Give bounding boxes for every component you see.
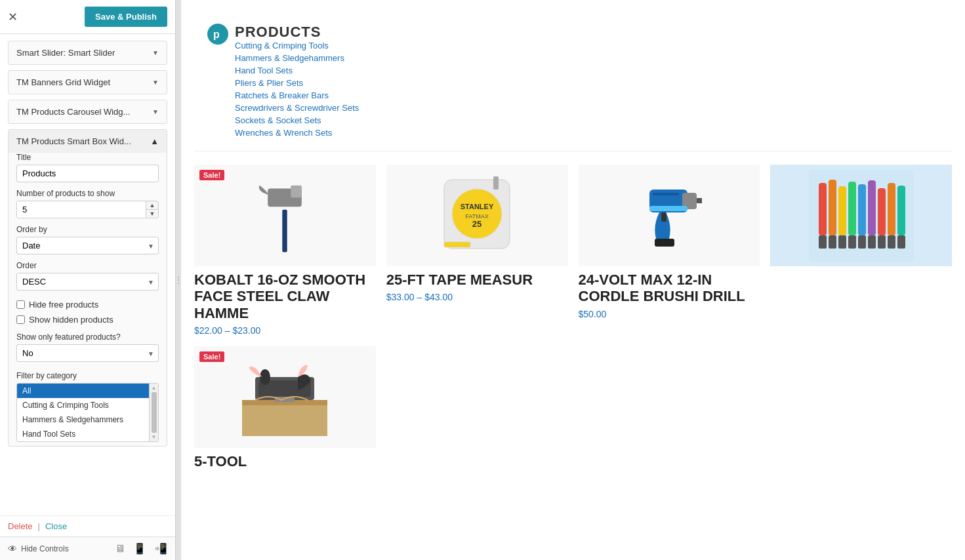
widget-products-carousel-header[interactable]: TM Products Carousel Widg... ▼ [9, 100, 167, 123]
order-select[interactable]: DESC ASC [17, 273, 158, 290]
product-img-plane-wrap: Sale! [194, 346, 376, 448]
product-grid: Sale! KOBALT 16-OZ SMOOTH FACE STEEL CLA… [194, 165, 952, 473]
nav-links: Cutting & Crimping Tools Hammers & Sledg… [235, 41, 359, 138]
svg-rect-20 [819, 183, 827, 235]
sidebar-content: Smart Slider: Smart Slider ▼ TM Banners … [0, 34, 175, 515]
main-content: p PRODUCTS Cutting & Crimping Tools Hamm… [181, 0, 965, 560]
bottom-bar-icons: 🖥 📱 📲 [115, 542, 167, 555]
product-img-hammer-wrap: Sale! [194, 165, 376, 266]
product-card-tools4[interactable] [770, 165, 952, 336]
show-hidden-checkbox[interactable] [16, 315, 25, 324]
svg-rect-16 [661, 212, 667, 222]
tablet-icon[interactable]: 📱 [133, 542, 146, 555]
bottom-bar: 👁 Hide Controls 🖥 📱 📲 [0, 536, 175, 560]
svg-rect-31 [838, 235, 846, 249]
product-price-tape: $33.00 – $43.00 [386, 292, 568, 302]
featured-group: Show only featured products? No Yes ▼ [9, 332, 167, 362]
widget-products-smart-box-header[interactable]: TM Products Smart Box Wid... ▲ [9, 130, 167, 153]
close-widget-button[interactable]: Close [45, 521, 67, 531]
svg-rect-21 [829, 180, 836, 235]
category-listbox: All Cutting & Crimping Tools Hammers & S… [16, 383, 159, 442]
featured-select[interactable]: No Yes [17, 345, 158, 361]
svg-rect-30 [829, 235, 836, 249]
widget-products-smart-box-label: TM Products Smart Box Wid... [16, 136, 131, 146]
order-group: Order DESC ASC ▼ [9, 261, 167, 290]
svg-rect-4 [291, 185, 302, 197]
svg-rect-28 [897, 186, 905, 235]
product-card-tape[interactable]: STANLEY FATMAX 25 25-FT TAPE MEASUR $33.… [386, 165, 568, 336]
chevron-down-icon: ▼ [152, 49, 159, 56]
hide-free-label: Hide free products [29, 300, 98, 310]
product-img-tools4-wrap [770, 165, 952, 266]
product-card-plane[interactable]: Sale! [194, 346, 376, 473]
sale-badge-hammer: Sale! [199, 170, 224, 180]
nav-link-sockets[interactable]: Sockets & Socket Sets [235, 115, 359, 125]
desktop-icon[interactable]: 🖥 [115, 543, 125, 555]
category-all[interactable]: All [17, 384, 149, 398]
svg-rect-22 [838, 186, 846, 235]
resize-handle[interactable]: ⋮ [176, 0, 181, 560]
filter-category-label: Filter by category [9, 369, 167, 380]
svg-rect-26 [878, 188, 886, 235]
logo-svg: p [209, 25, 227, 43]
num-products-group: Number of products to show ▲ ▼ [9, 189, 167, 218]
nav-title-and-links: PRODUCTS Cutting & Crimping Tools Hammer… [235, 24, 359, 138]
category-hammers[interactable]: Hammers & Sledgehammers [17, 412, 149, 427]
tools4-image [809, 170, 914, 262]
hide-free-checkbox[interactable] [16, 300, 25, 309]
order-select-wrapper: DESC ASC ▼ [16, 273, 159, 290]
svg-rect-25 [868, 180, 876, 235]
increment-button[interactable]: ▲ [146, 201, 158, 210]
svg-point-42 [260, 369, 270, 385]
footer-separator: | [38, 521, 40, 531]
product-name-plane: 5-TOOL [194, 453, 376, 470]
nav-link-hammers[interactable]: Hammers & Sledgehammers [235, 53, 359, 63]
nav-link-hand-sets[interactable]: Hand Tool Sets [235, 66, 359, 75]
svg-text:25: 25 [472, 219, 482, 229]
category-cutting[interactable]: Cutting & Crimping Tools [17, 398, 149, 412]
nav-link-ratchets[interactable]: Ratchets & Breaker Bars [235, 90, 359, 100]
product-card-hammer[interactable]: Sale! KOBALT 16-OZ SMOOTH FACE STEEL CLA… [194, 165, 376, 336]
widget-smart-slider: Smart Slider: Smart Slider ▼ [8, 41, 167, 65]
svg-rect-15 [655, 239, 674, 247]
order-label: Order [16, 261, 159, 270]
product-card-drill[interactable]: 24-VOLT MAX 12-IN CORDLE BRUSHI DRILL $5… [579, 165, 760, 336]
products-nav-section: p PRODUCTS Cutting & Crimping Tools Hamm… [194, 13, 952, 151]
show-hidden-label: Show hidden products [29, 315, 113, 325]
svg-rect-32 [848, 235, 856, 249]
category-list[interactable]: All Cutting & Crimping Tools Hammers & S… [17, 384, 149, 441]
nav-link-wrenches[interactable]: Wrenches & Wrench Sets [235, 128, 359, 138]
widget-banners-grid-label: TM Banners Grid Widget [16, 77, 110, 87]
sidebar: ✕ Save & Publish Smart Slider: Smart Sli… [0, 0, 176, 560]
products-page-title: PRODUCTS [235, 24, 346, 41]
drill-image [636, 173, 702, 258]
product-name-hammer: KOBALT 16-OZ SMOOTH FACE STEEL CLAW HAMM… [194, 271, 376, 321]
product-name-drill: 24-VOLT MAX 12-IN CORDLE BRUSHI DRILL [579, 271, 760, 305]
num-products-input-wrapper: ▲ ▼ [16, 201, 159, 218]
chevron-down-icon-2: ▼ [152, 79, 159, 86]
delete-button[interactable]: Delete [8, 521, 33, 531]
product-price-hammer: $22.00 – $23.00 [194, 325, 376, 336]
num-products-input[interactable] [17, 201, 146, 218]
widget-smart-slider-header[interactable]: Smart Slider: Smart Slider ▼ [9, 41, 167, 64]
plane-image [242, 357, 327, 436]
nav-link-cutting[interactable]: Cutting & Crimping Tools [235, 41, 359, 50]
svg-rect-36 [888, 235, 895, 249]
close-button[interactable]: ✕ [8, 11, 18, 23]
widget-banners-grid-header[interactable]: TM Banners Grid Widget ▼ [9, 71, 167, 94]
nav-link-screwdrivers[interactable]: Screwdrivers & Screwdriver Sets [235, 103, 359, 113]
mobile-icon[interactable]: 📲 [154, 542, 167, 555]
order-by-select[interactable]: Date Name Price Random [17, 237, 158, 254]
svg-rect-11 [444, 242, 470, 247]
save-publish-button[interactable]: Save & Publish [85, 7, 167, 27]
category-hand-sets[interactable]: Hand Tool Sets [17, 427, 149, 441]
svg-rect-10 [493, 176, 499, 190]
category-scrollbar[interactable]: ▲ ▼ [149, 384, 158, 441]
nav-link-pliers[interactable]: Pliers & Plier Sets [235, 78, 359, 88]
num-products-label: Number of products to show [16, 189, 159, 198]
chevron-up-icon: ▲ [150, 136, 159, 146]
title-input[interactable] [16, 165, 159, 182]
featured-label: Show only featured products? [16, 332, 159, 342]
decrement-button[interactable]: ▼ [146, 210, 158, 218]
svg-rect-24 [858, 184, 866, 235]
